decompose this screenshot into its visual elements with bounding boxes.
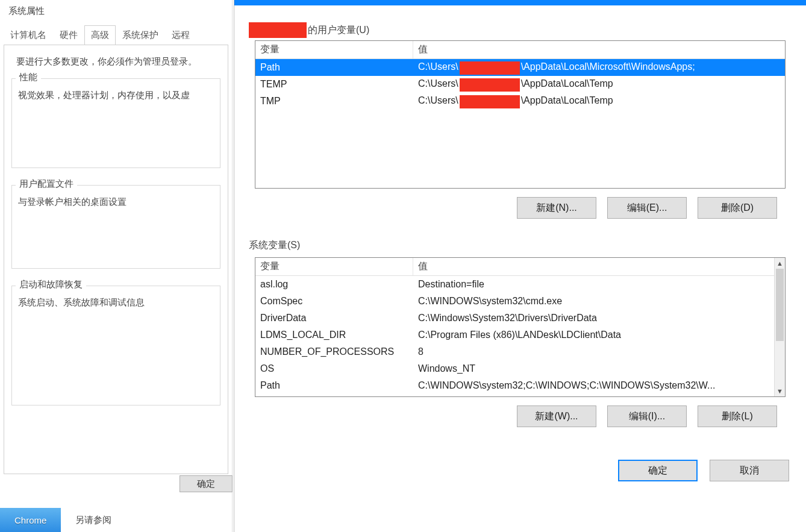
admin-intro: 要进行大多数更改，你必须作为管理员登录。 — [16, 56, 216, 67]
taskbar: Chrome 另请参阅 — [0, 508, 232, 532]
var-name-cell: OS — [255, 362, 413, 375]
var-name-cell: DriverData — [255, 311, 413, 325]
table-row[interactable]: TEMPC:\Users\\AppData\Local\Temp — [255, 76, 785, 93]
user-delete-button[interactable]: 删除(D) — [698, 197, 777, 219]
advanced-tab-page: 要进行大多数更改，你必须作为管理员登录。 性能 视觉效果，处理器计划，内存使用，… — [4, 45, 228, 474]
startup-recovery-legend: 启动和故障恢复 — [16, 279, 86, 290]
table-row[interactable]: PATHEXT.COM;.EXE;.BAT;.CMD;.VBS;.VBE;.JS… — [255, 394, 785, 397]
sys-list-header: 变量 值 — [255, 258, 785, 276]
scroll-down-icon[interactable]: ▼ — [775, 386, 785, 396]
taskbar-chrome[interactable]: Chrome — [0, 508, 61, 532]
performance-group: 性能 视觉效果，处理器计划，内存使用，以及虚 — [11, 78, 220, 168]
var-name-cell: ComSpec — [255, 295, 413, 308]
table-row[interactable]: OSWindows_NT — [255, 360, 785, 377]
redacted-user-icon — [249, 22, 307, 38]
table-row[interactable]: PathC:\Users\\AppData\Local\Microsoft\Wi… — [255, 59, 785, 76]
env-cancel-button[interactable]: 取消 — [710, 460, 789, 481]
env-footer-buttons: 确定 取消 — [251, 460, 789, 481]
sysprops-ok-button[interactable]: 确定 — [180, 475, 233, 492]
var-name-cell: Path — [255, 61, 413, 74]
var-name-cell: NUMBER_OF_PROCESSORS — [255, 345, 413, 358]
tab-computer-name[interactable]: 计算机名 — [4, 25, 53, 45]
var-value-cell: C:\Users\\AppData\Local\Microsoft\Window… — [413, 60, 785, 75]
sys-col-val[interactable]: 值 — [413, 258, 785, 275]
var-name-cell: LDMS_LOCAL_DIR — [255, 328, 413, 342]
redacted-user-icon — [460, 78, 520, 92]
var-value-cell: C:\Users\\AppData\Local\Temp — [413, 94, 785, 108]
user-variables-legend: 的用户变量(U) — [246, 22, 372, 38]
var-value-cell: C:\WINDOWS\system32\cmd.exe — [413, 295, 785, 308]
var-value-cell: Windows_NT — [413, 362, 785, 375]
user-profile-desc: 与登录帐户相关的桌面设置 — [18, 196, 214, 208]
user-edit-button[interactable]: 编辑(E)... — [607, 197, 687, 219]
system-variables-legend: 系统变量(S) — [246, 239, 302, 252]
scroll-up-icon[interactable]: ▲ — [775, 258, 785, 269]
var-value-cell: C:\WINDOWS\system32;C:\WINDOWS;C:\WINDOW… — [413, 379, 785, 392]
table-row[interactable]: asl.logDestination=file — [255, 276, 785, 293]
scroll-thumb[interactable] — [776, 269, 784, 341]
environment-variables-dialog: 的用户变量(U) 变量 值 PathC:\Users\\AppData\Loca… — [234, 0, 806, 532]
tab-remote[interactable]: 远程 — [165, 25, 196, 45]
taskbar-seealso[interactable]: 另请参阅 — [61, 508, 126, 532]
var-name-cell: PATHEXT — [255, 396, 413, 397]
var-value-cell: C:\Program Files (x86)\LANDesk\LDClient\… — [413, 328, 785, 342]
performance-legend: 性能 — [16, 72, 41, 83]
table-row[interactable]: ComSpecC:\WINDOWS\system32\cmd.exe — [255, 293, 785, 310]
table-row[interactable]: DriverDataC:\Windows\System32\Drivers\Dr… — [255, 310, 785, 327]
user-buttons-row: 新建(N)... 编辑(E)... 删除(D) — [263, 197, 777, 219]
var-value-cell: Destination=file — [413, 278, 785, 291]
var-name-cell: asl.log — [255, 278, 413, 291]
sys-delete-button[interactable]: 删除(L) — [698, 405, 777, 427]
sys-scrollbar[interactable]: ▲ ▼ — [774, 258, 785, 396]
var-name-cell: Path — [255, 379, 413, 392]
sys-buttons-row: 新建(W)... 编辑(I)... 删除(L) — [263, 405, 777, 427]
user-col-var[interactable]: 变量 — [255, 41, 413, 58]
startup-recovery-desc: 系统启动、系统故障和调试信息 — [18, 297, 214, 308]
var-value-cell: 8 — [413, 345, 785, 358]
tab-advanced[interactable]: 高级 — [84, 25, 116, 45]
user-list-header: 变量 值 — [255, 41, 785, 59]
env-titlebar — [234, 0, 806, 5]
user-variables-fieldset: 的用户变量(U) 变量 值 PathC:\Users\\AppData\Loca… — [246, 31, 794, 226]
table-row[interactable]: TMPC:\Users\\AppData\Local\Temp — [255, 93, 785, 110]
table-row[interactable]: LDMS_LOCAL_DIRC:\Program Files (x86)\LAN… — [255, 327, 785, 343]
sys-new-button[interactable]: 新建(W)... — [517, 405, 596, 427]
var-value-cell: C:\Users\\AppData\Local\Temp — [413, 77, 785, 92]
user-profile-legend: 用户配置文件 — [16, 178, 77, 190]
dialog-title: 系统属性 — [0, 0, 232, 25]
redacted-user-icon — [460, 61, 520, 75]
var-value-cell: C:\Windows\System32\Drivers\DriverData — [413, 311, 785, 325]
table-row[interactable]: PathC:\WINDOWS\system32;C:\WINDOWS;C:\WI… — [255, 377, 785, 394]
performance-desc: 视觉效果，处理器计划，内存使用，以及虚 — [18, 90, 214, 101]
tab-system-protection[interactable]: 系统保护 — [116, 25, 165, 45]
sys-col-var[interactable]: 变量 — [255, 258, 413, 275]
user-variables-list[interactable]: 变量 值 PathC:\Users\\AppData\Local\Microso… — [255, 40, 786, 189]
system-variables-fieldset: 系统变量(S) 变量 值 asl.logDestination=fileComS… — [246, 248, 794, 434]
system-variables-list[interactable]: 变量 值 asl.logDestination=fileComSpecC:\WI… — [255, 257, 786, 397]
sys-edit-button[interactable]: 编辑(I)... — [607, 405, 687, 427]
sysprops-tabs: 计算机名 硬件 高级 系统保护 远程 — [4, 25, 228, 45]
redacted-user-icon — [460, 95, 520, 108]
system-properties-dialog: 系统属性 计算机名 硬件 高级 系统保护 远程 要进行大多数更改，你必须作为管理… — [0, 0, 233, 532]
sysprops-button-row: 确定 — [0, 469, 232, 498]
table-row[interactable]: NUMBER_OF_PROCESSORS8 — [255, 343, 785, 360]
var-name-cell: TEMP — [255, 78, 413, 91]
tab-hardware[interactable]: 硬件 — [53, 25, 84, 45]
user-variables-legend-text: 的用户变量(U) — [308, 24, 369, 37]
var-name-cell: TMP — [255, 95, 413, 108]
var-value-cell: .COM;.EXE;.BAT;.CMD;.VBS;.VBE;.JS;.JSE;.… — [413, 396, 785, 397]
user-col-val[interactable]: 值 — [413, 41, 785, 58]
user-new-button[interactable]: 新建(N)... — [517, 197, 596, 219]
startup-recovery-group: 启动和故障恢复 系统启动、系统故障和调试信息 — [11, 286, 220, 405]
env-ok-button[interactable]: 确定 — [618, 460, 698, 481]
user-profile-group: 用户配置文件 与登录帐户相关的桌面设置 — [11, 185, 220, 269]
